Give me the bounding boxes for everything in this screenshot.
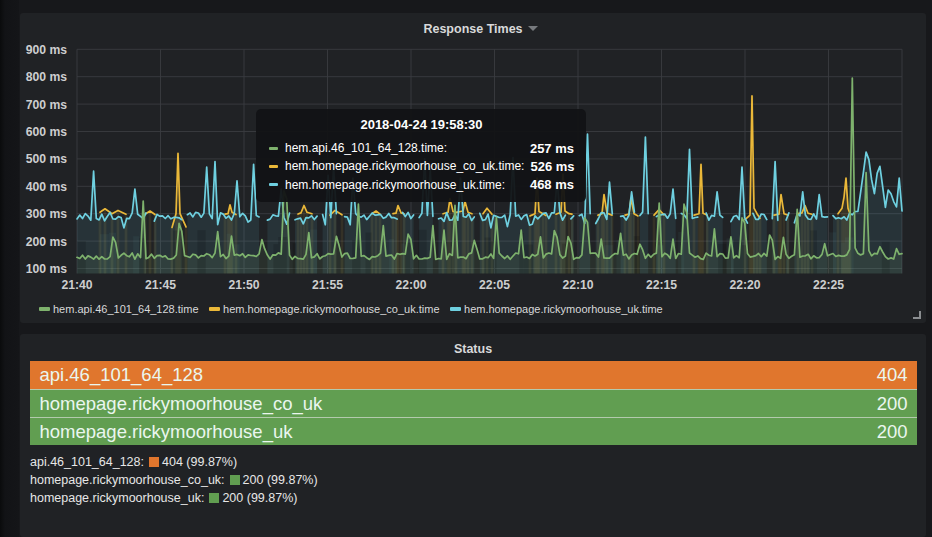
svg-text:22:00: 22:00 (395, 278, 426, 292)
svg-text:500 ms: 500 ms (26, 152, 68, 166)
svg-text:700 ms: 700 ms (26, 98, 68, 112)
svg-text:900 ms: 900 ms (26, 43, 68, 57)
svg-text:100 ms: 100 ms (26, 262, 68, 276)
svg-text:600 ms: 600 ms (26, 125, 68, 139)
svg-text:800 ms: 800 ms (26, 70, 68, 84)
svg-text:21:55: 21:55 (312, 278, 343, 292)
svg-text:22:20: 22:20 (729, 278, 760, 292)
svg-text:22:10: 22:10 (562, 278, 593, 292)
svg-text:21:40: 21:40 (61, 278, 92, 292)
svg-text:22:15: 22:15 (646, 278, 677, 292)
svg-text:400 ms: 400 ms (26, 180, 68, 194)
svg-text:300 ms: 300 ms (26, 207, 68, 221)
svg-text:21:45: 21:45 (145, 278, 176, 292)
svg-text:200 ms: 200 ms (26, 235, 68, 249)
svg-text:22:25: 22:25 (813, 278, 844, 292)
svg-text:21:50: 21:50 (228, 278, 259, 292)
svg-text:22:05: 22:05 (479, 278, 510, 292)
